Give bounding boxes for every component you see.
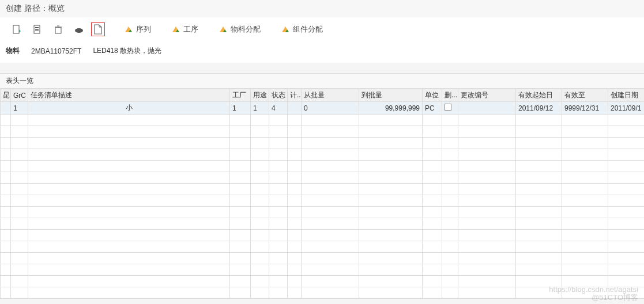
table-row[interactable] <box>1 138 645 149</box>
col-desc[interactable]: 任务清单描述 <box>28 89 230 102</box>
col-from-lot[interactable]: 从批量 <box>302 89 359 102</box>
table-row[interactable] <box>1 230 645 241</box>
material-alloc-button[interactable]: 物料分配 <box>214 22 264 37</box>
trash-icon <box>53 24 63 35</box>
triangle-icon <box>171 24 181 35</box>
cell-del[interactable] <box>442 102 458 115</box>
sequence-label: 序列 <box>136 24 151 35</box>
col-to-lot[interactable]: 到批量 <box>359 89 423 102</box>
col-plant[interactable]: 工厂 <box>230 89 251 102</box>
cell-valid-to[interactable]: 9999/12/31 <box>562 102 608 115</box>
table-row[interactable] <box>1 207 645 218</box>
table-header-row: 昆 GrC 任务清单描述 工厂 用途 状态 计... 从批量 到批量 单位 删.… <box>1 89 645 102</box>
table-row[interactable] <box>1 195 645 207</box>
toolbar-btn-2[interactable] <box>29 22 46 37</box>
cloud-icon <box>74 24 84 35</box>
table-row[interactable] <box>1 218 645 230</box>
doc-select-icon <box>12 24 22 35</box>
process-button[interactable]: 工序 <box>167 22 202 37</box>
cell-unit[interactable]: PC <box>423 102 442 115</box>
new-page-icon <box>93 24 103 35</box>
col-status[interactable]: 状态 <box>269 89 288 102</box>
process-label: 工序 <box>183 24 198 35</box>
col-sel[interactable]: 昆 <box>1 89 11 102</box>
col-del[interactable]: 删... <box>442 89 458 102</box>
material-alloc-label: 物料分配 <box>231 24 261 35</box>
triangle-icon <box>123 24 134 35</box>
table-row[interactable] <box>1 115 645 126</box>
cell-ji[interactable] <box>288 102 302 115</box>
component-alloc-label: 组件分配 <box>293 24 323 35</box>
table-row[interactable] <box>1 287 645 299</box>
material-description: LED418 散热块，抛光 <box>93 46 161 56</box>
svg-rect-4 <box>55 28 61 33</box>
svg-rect-3 <box>35 29 39 31</box>
table-row[interactable] <box>1 276 645 287</box>
grid-section: 表头一览 昆 GrC 任务清单描述 工厂 用途 状态 计... 从批量 到批量 … <box>0 73 644 299</box>
doc-selectall-icon <box>32 24 43 35</box>
material-label: 物料 <box>6 46 20 56</box>
delete-button[interactable] <box>50 22 67 37</box>
cell-to-lot[interactable]: 99,999,999 <box>359 102 423 115</box>
toolbar-btn-1[interactable] <box>8 22 25 37</box>
delete-checkbox[interactable] <box>445 104 451 111</box>
toolbar-btn-cloud[interactable] <box>70 22 88 37</box>
cell-plant[interactable]: 1 <box>230 102 251 115</box>
grid-caption: 表头一览 <box>0 73 644 89</box>
col-grc[interactable]: GrC <box>11 89 28 102</box>
table-row[interactable] <box>1 241 645 253</box>
sequence-button[interactable]: 序列 <box>120 22 155 37</box>
table-row[interactable] <box>1 264 645 276</box>
cell-grc[interactable]: 1 <box>11 102 28 115</box>
col-ji[interactable]: 计... <box>288 89 302 102</box>
cell-change-no[interactable] <box>458 102 516 115</box>
cell-desc[interactable]: 小 <box>28 102 230 115</box>
table-row[interactable] <box>1 126 645 138</box>
header-table[interactable]: 昆 GrC 任务清单描述 工厂 用途 状态 计... 从批量 到批量 单位 删.… <box>0 89 644 299</box>
new-page-button[interactable] <box>91 22 105 36</box>
window-title: 创建 路径：概览 <box>0 0 644 17</box>
triangle-icon <box>280 24 291 35</box>
cell-from-lot[interactable]: 0 <box>302 102 359 115</box>
table-row[interactable] <box>1 161 645 172</box>
table-row[interactable]: 1 小 1 1 4 0 99,999,999 PC 2011/09/12 999… <box>1 102 645 115</box>
col-change-no[interactable]: 更改编号 <box>458 89 516 102</box>
cell-status[interactable]: 4 <box>269 102 288 115</box>
material-value: 2MBA110752FT <box>31 47 81 55</box>
component-alloc-button[interactable]: 组件分配 <box>277 22 326 37</box>
toolbar: 序列 工序 物料分配 组件分配 <box>0 17 644 41</box>
cell-valid-from[interactable]: 2011/09/12 <box>516 102 562 115</box>
svg-rect-0 <box>13 25 19 33</box>
table-row[interactable] <box>1 172 645 184</box>
col-valid-to[interactable]: 有效至 <box>562 89 608 102</box>
cell-create-date[interactable]: 2011/09/1 <box>608 102 645 115</box>
col-create-date[interactable]: 创建日期 <box>608 89 645 102</box>
table-row[interactable] <box>1 253 645 264</box>
svg-point-7 <box>75 28 83 33</box>
col-valid-from[interactable]: 有效起始日 <box>516 89 562 102</box>
triangle-icon <box>218 24 228 35</box>
col-usage[interactable]: 用途 <box>251 89 269 102</box>
table-row[interactable] <box>1 149 645 161</box>
svg-rect-2 <box>35 27 39 28</box>
table-row[interactable] <box>1 184 645 195</box>
material-info-row: 物料 2MBA110752FT LED418 散热块，抛光 <box>0 41 644 63</box>
col-unit[interactable]: 单位 <box>423 89 442 102</box>
cell-usage[interactable]: 1 <box>251 102 269 115</box>
